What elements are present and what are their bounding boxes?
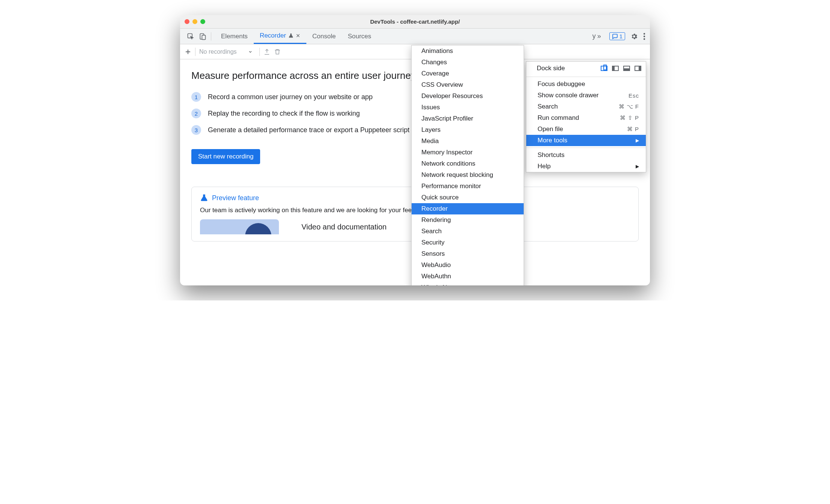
tab-recorder[interactable]: Recorder ✕ <box>254 29 306 44</box>
tab-console[interactable]: Console <box>306 29 342 44</box>
menu-item-label: Open file <box>538 125 563 133</box>
menu-item-label: More tools <box>538 137 567 144</box>
tools-item-label: Recorder <box>421 205 448 213</box>
tools-item-recorder[interactable]: Recorder <box>412 203 524 214</box>
menu-item-shortcut: ⌘ ⇧ P <box>620 115 639 121</box>
toggle-device-toolbar-icon[interactable] <box>199 33 206 40</box>
tools-item-developer-resources[interactable]: Developer Resources <box>412 91 524 102</box>
menu-item-shortcut: ⌘ ⌥ F <box>619 103 639 110</box>
divider <box>211 32 211 41</box>
tools-item-what-s-new[interactable]: What's New <box>412 282 524 285</box>
issues-badge[interactable]: 1 <box>609 32 625 40</box>
tools-item-label: Media <box>421 137 439 145</box>
tools-item-performance-monitor[interactable]: Performance monitor <box>412 181 524 192</box>
menu-item-more-tools[interactable]: More tools▶ <box>526 135 646 146</box>
divider <box>259 48 260 56</box>
message-icon <box>612 33 618 39</box>
tools-item-label: Performance monitor <box>421 183 481 190</box>
tab-label: Console <box>312 33 336 40</box>
menu-item-help[interactable]: Help▶ <box>526 161 646 172</box>
tools-item-label: Coverage <box>421 70 449 77</box>
menu-item-shortcut: Esc <box>629 92 639 99</box>
tools-item-memory-inspector[interactable]: Memory Inspector <box>412 147 524 158</box>
submenu-arrow-icon: ▶ <box>636 164 639 169</box>
inspect-element-icon[interactable] <box>187 33 194 40</box>
dock-side-label: Dock side <box>537 65 565 72</box>
step-number: 2 <box>191 109 201 118</box>
tools-item-label: What's New <box>421 284 455 285</box>
menu-item-label: Show console drawer <box>538 92 599 99</box>
tools-item-label: WebAuthn <box>421 273 451 280</box>
close-tab-icon[interactable]: ✕ <box>296 33 300 39</box>
menu-item-focus-debuggee[interactable]: Focus debuggee <box>526 78 646 90</box>
menu-item-show-console-drawer[interactable]: Show console drawerEsc <box>526 90 646 101</box>
chevron-double-right-icon: » <box>597 32 601 40</box>
svg-point-5 <box>644 38 645 39</box>
kebab-menu-icon[interactable] <box>643 33 645 40</box>
tools-item-label: Network conditions <box>421 160 476 167</box>
tools-item-quick-source[interactable]: Quick source <box>412 192 524 203</box>
tabstrip: Elements Recorder ✕ Console Sources y » <box>180 29 650 44</box>
flask-icon <box>288 33 294 38</box>
tools-item-layers[interactable]: Layers <box>412 124 524 136</box>
tab-sources[interactable]: Sources <box>342 29 377 44</box>
step-number: 1 <box>191 92 201 102</box>
tools-item-security[interactable]: Security <box>412 237 524 248</box>
tools-item-webaudio[interactable]: WebAudio <box>412 260 524 271</box>
menu-item-open-file[interactable]: Open file⌘ P <box>526 124 646 135</box>
tools-item-javascript-profiler[interactable]: JavaScript Profiler <box>412 113 524 124</box>
menu-item-run-command[interactable]: Run command⌘ ⇧ P <box>526 112 646 124</box>
tools-item-changes[interactable]: Changes <box>412 57 524 68</box>
overflow-tab-indicator[interactable]: y » <box>589 32 604 40</box>
divider <box>195 48 195 56</box>
tab-label: Recorder <box>260 32 286 39</box>
dock-bottom-icon[interactable] <box>623 66 630 71</box>
tools-item-label: Network request blocking <box>421 171 493 179</box>
tools-item-media[interactable]: Media <box>412 136 524 147</box>
tools-item-search[interactable]: Search <box>412 226 524 237</box>
menu-item-label: Run command <box>538 114 579 122</box>
tools-item-css-overview[interactable]: CSS Overview <box>412 79 524 91</box>
tools-item-label: Animations <box>421 47 453 55</box>
tools-item-network-conditions[interactable]: Network conditions <box>412 158 524 169</box>
delete-icon[interactable] <box>274 48 281 55</box>
tab-label: Elements <box>221 33 248 40</box>
recordings-dropdown[interactable]: No recordings <box>199 48 256 55</box>
tools-item-rendering[interactable]: Rendering <box>412 214 524 226</box>
dock-left-icon[interactable] <box>612 66 619 71</box>
export-icon[interactable] <box>264 48 270 55</box>
tools-item-coverage[interactable]: Coverage <box>412 68 524 79</box>
titlebar: DevTools - coffee-cart.netlify.app/ <box>180 15 650 29</box>
dock-undock-icon[interactable] <box>601 66 607 71</box>
tools-item-label: Layers <box>421 126 441 134</box>
menu-item-label: Shortcuts <box>538 151 565 159</box>
dock-side-row: Dock side <box>526 62 646 75</box>
tools-item-animations[interactable]: Animations <box>412 45 524 57</box>
window-title: DevTools - coffee-cart.netlify.app/ <box>180 18 650 25</box>
start-recording-button[interactable]: Start new recording <box>191 149 260 164</box>
tools-item-network-request-blocking[interactable]: Network request blocking <box>412 169 524 181</box>
tools-item-label: WebAudio <box>421 261 451 269</box>
overflow-tab-label: y <box>592 32 596 40</box>
tools-item-sensors[interactable]: Sensors <box>412 248 524 260</box>
tools-item-label: JavaScript Profiler <box>421 115 473 122</box>
tools-item-label: Memory Inspector <box>421 149 473 156</box>
tools-item-issues[interactable]: Issues <box>412 102 524 113</box>
tools-item-label: Rendering <box>421 216 451 224</box>
video-thumbnail[interactable] <box>200 219 279 234</box>
dock-right-icon[interactable] <box>635 66 641 71</box>
menu-item-shortcuts[interactable]: Shortcuts <box>526 149 646 161</box>
settings-gear-icon[interactable] <box>630 33 638 40</box>
recordings-placeholder: No recordings <box>199 48 237 55</box>
svg-rect-2 <box>202 35 205 39</box>
tab-elements[interactable]: Elements <box>215 29 254 44</box>
main-menu: Dock side Focus debuggeeShow console dra… <box>526 61 646 172</box>
add-recording-icon[interactable] <box>185 48 191 55</box>
submenu-arrow-icon: ▶ <box>636 138 639 143</box>
tools-item-label: Search <box>421 228 442 235</box>
menu-item-search[interactable]: Search⌘ ⌥ F <box>526 101 646 112</box>
step-text: Generate a detailed performance trace or… <box>208 126 409 134</box>
menu-item-shortcut: ⌘ P <box>627 126 639 133</box>
chevron-down-icon <box>248 50 253 54</box>
tools-item-webauthn[interactable]: WebAuthn <box>412 271 524 282</box>
